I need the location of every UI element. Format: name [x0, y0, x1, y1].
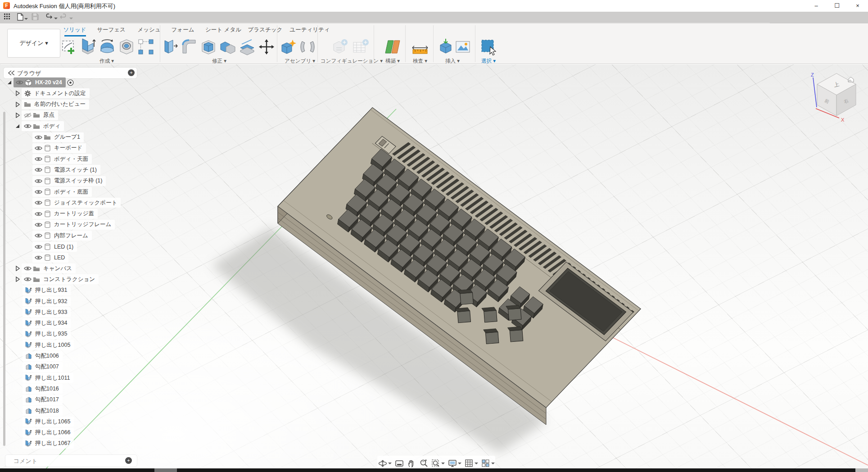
tree-row[interactable]: HX-20 v24	[5, 77, 75, 88]
revolve-icon[interactable]	[98, 38, 116, 56]
tab-utilities[interactable]: ユーティリティ	[289, 26, 330, 34]
config-table-icon[interactable]	[351, 38, 369, 56]
tree-row[interactable]: 押し出し1011	[23, 372, 73, 383]
decal-icon[interactable]	[454, 38, 472, 56]
visibility-eye-icon[interactable]	[34, 177, 42, 185]
measure-icon[interactable]	[411, 38, 429, 56]
group-create[interactable]: 作成 ▾	[99, 58, 114, 64]
group-select[interactable]: 選択 ▾	[481, 58, 496, 64]
close-button[interactable]: ×	[847, 0, 868, 12]
tab-solid[interactable]: ソリッド	[63, 26, 86, 34]
tree-row[interactable]: 原点	[13, 110, 58, 121]
fit-icon[interactable]	[430, 459, 446, 468]
configuration-icon[interactable]	[331, 38, 349, 56]
tree-row[interactable]: LED (1)	[32, 241, 77, 252]
visibility-eye-icon[interactable]	[23, 122, 32, 130]
look-at-icon[interactable]	[394, 459, 405, 467]
tree-row[interactable]: 内部フレーム	[32, 230, 92, 241]
joint-icon[interactable]	[298, 38, 316, 56]
tree-row[interactable]: ジョイスティックポート	[32, 197, 121, 208]
comment-box[interactable]: コメント +	[5, 455, 137, 467]
visibility-eye-icon[interactable]	[34, 210, 42, 218]
group-modify[interactable]: 修正 ▾	[212, 58, 226, 64]
file-menu-icon[interactable]	[17, 13, 28, 22]
tree-row[interactable]: コンストラクション	[13, 274, 99, 285]
view-cube[interactable]: 上 前 右 Z X	[801, 69, 868, 130]
shell-icon[interactable]	[199, 38, 217, 56]
expander-icon[interactable]	[14, 111, 22, 119]
press-pull-icon[interactable]	[161, 38, 179, 56]
tree-row[interactable]: 勾配1018	[23, 405, 63, 416]
tree-row[interactable]: ボディ・天面	[32, 154, 92, 164]
tree-row[interactable]: ドキュメントの設定	[13, 88, 90, 99]
grid-and-snaps-icon[interactable]	[464, 459, 479, 468]
tree-row[interactable]: キーボード	[32, 143, 86, 154]
offset-face-icon[interactable]	[238, 38, 256, 56]
visibility-eye-icon[interactable]	[34, 243, 42, 251]
maximize-button[interactable]: ☐	[827, 0, 847, 12]
browser-display-settings-icon[interactable]: +	[128, 69, 135, 76]
expander-icon[interactable]	[5, 78, 14, 86]
visibility-eye-icon[interactable]	[34, 231, 42, 240]
combine-icon[interactable]	[219, 38, 237, 56]
group-configuration[interactable]: コンフィギュレーション ▾	[321, 58, 383, 64]
visibility-eye-icon[interactable]	[34, 188, 42, 196]
tree-row[interactable]: 押し出し1066	[23, 427, 74, 438]
expander-icon[interactable]	[14, 100, 22, 109]
zoom-icon[interactable]	[418, 459, 429, 468]
select-icon[interactable]	[479, 38, 497, 56]
group-inspect[interactable]: 検査 ▾	[413, 58, 427, 64]
visibility-eye-icon[interactable]	[34, 254, 42, 262]
tree-row[interactable]: キャンバス	[13, 263, 76, 274]
tree-row[interactable]: 押し出し1005	[23, 340, 74, 350]
tree-row[interactable]: カートリッジ蓋	[32, 209, 98, 219]
orbit-icon[interactable]	[377, 459, 393, 468]
construction-plane-icon[interactable]	[384, 38, 402, 56]
move-icon[interactable]	[258, 38, 276, 56]
save-icon[interactable]	[32, 13, 39, 22]
app-grid-icon[interactable]	[4, 13, 11, 22]
undo-icon[interactable]	[45, 13, 58, 22]
visibility-eye-icon[interactable]	[34, 155, 42, 163]
expander-icon[interactable]	[14, 275, 22, 283]
expander-icon[interactable]	[14, 264, 22, 272]
visibility-eye-icon[interactable]	[34, 221, 42, 229]
tree-row[interactable]: 押し出し931	[23, 285, 71, 296]
tab-sheetmetal[interactable]: シート メタル	[205, 26, 241, 34]
visibility-eye-icon[interactable]	[34, 166, 42, 174]
tree-row[interactable]: 押し出し935	[23, 329, 71, 340]
browser-scrollbar[interactable]	[3, 112, 5, 446]
extrude-icon[interactable]	[79, 38, 97, 56]
tree-row[interactable]: 押し出し933	[23, 307, 71, 318]
tree-row[interactable]: 電源スイッチ (1)	[32, 164, 100, 175]
visibility-eye-icon[interactable]	[34, 144, 42, 152]
tab-surface[interactable]: サーフェス	[97, 26, 126, 34]
viewcube-home-icon[interactable]	[848, 77, 854, 82]
hole-icon[interactable]	[118, 38, 136, 56]
insert-icon[interactable]	[437, 38, 455, 56]
collapse-panel-icon[interactable]	[8, 71, 14, 75]
group-insert[interactable]: 挿入 ▾	[445, 58, 460, 64]
pattern-icon[interactable]	[137, 38, 155, 56]
tree-row[interactable]: 押し出し1067	[23, 438, 74, 449]
tree-row[interactable]: 勾配1007	[23, 362, 63, 372]
group-construct[interactable]: 構築 ▾	[385, 58, 400, 64]
visibility-eye-icon[interactable]	[34, 133, 42, 141]
visibility-eye-icon[interactable]	[34, 199, 42, 207]
tree-row[interactable]: 電源スイッチ枠 (1)	[32, 176, 106, 186]
workspace-selector[interactable]: デザイン ▾	[7, 29, 60, 58]
viewport-canvas[interactable]: ブラウザ + HX-20 v24ドキュメントの設定名前の付いたビュー原点ボディグ…	[0, 64, 868, 468]
tree-row[interactable]: LED	[32, 252, 68, 263]
visibility-eye-icon[interactable]	[23, 275, 32, 283]
tree-row[interactable]: グループ1	[32, 132, 84, 143]
tab-mesh[interactable]: メッシュ	[137, 26, 160, 34]
expander-icon[interactable]	[14, 89, 22, 97]
tree-row[interactable]: ボディ・底面	[32, 186, 92, 197]
tree-row[interactable]: 押し出し934	[23, 318, 71, 329]
viewports-icon[interactable]	[480, 459, 496, 468]
create-sketch-icon[interactable]	[59, 38, 77, 56]
visibility-eye-icon[interactable]	[15, 78, 23, 86]
visibility-eye-icon[interactable]	[23, 264, 32, 272]
tab-form[interactable]: フォーム	[172, 26, 194, 34]
tree-row[interactable]: 勾配1016	[23, 383, 63, 394]
